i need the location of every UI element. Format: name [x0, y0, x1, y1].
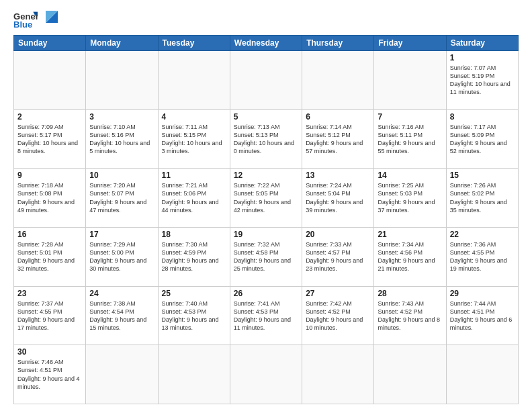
day-info: Sunrise: 7:44 AM Sunset: 4:51 PM Dayligh… — [450, 300, 515, 332]
calendar-table: Sunday Monday Tuesday Wednesday Thursday… — [13, 35, 519, 404]
day-number: 11 — [162, 171, 226, 180]
calendar-cell: 17Sunrise: 7:29 AM Sunset: 5:00 PM Dayli… — [86, 227, 158, 286]
day-number: 6 — [306, 112, 370, 122]
calendar-cell: 21Sunrise: 7:34 AM Sunset: 4:56 PM Dayli… — [374, 227, 446, 286]
logo-icon: General Blue — [13, 11, 38, 30]
day-info: Sunrise: 7:36 AM Sunset: 4:55 PM Dayligh… — [450, 240, 515, 273]
day-info: Sunrise: 7:38 AM Sunset: 4:54 PM Dayligh… — [89, 300, 154, 332]
header-friday: Friday — [374, 36, 446, 51]
calendar-cell: 10Sunrise: 7:20 AM Sunset: 5:07 PM Dayli… — [86, 169, 158, 228]
day-info: Sunrise: 7:28 AM Sunset: 5:01 PM Dayligh… — [17, 240, 82, 273]
calendar-cell: 7Sunrise: 7:16 AM Sunset: 5:11 PM Daylig… — [374, 109, 446, 169]
calendar-cell — [302, 51, 374, 110]
day-info: Sunrise: 7:14 AM Sunset: 5:12 PM Dayligh… — [306, 123, 370, 156]
calendar-cell: 4Sunrise: 7:11 AM Sunset: 5:15 PM Daylig… — [158, 109, 230, 169]
calendar-cell: 23Sunrise: 7:37 AM Sunset: 4:55 PM Dayli… — [14, 286, 86, 345]
calendar-cell — [86, 51, 158, 110]
day-number: 21 — [378, 230, 442, 239]
day-number: 29 — [450, 289, 515, 298]
calendar-cell: 29Sunrise: 7:44 AM Sunset: 4:51 PM Dayli… — [446, 286, 518, 345]
calendar-cell: 5Sunrise: 7:13 AM Sunset: 5:13 PM Daylig… — [230, 109, 302, 169]
day-info: Sunrise: 7:37 AM Sunset: 4:55 PM Dayligh… — [17, 300, 82, 332]
day-number: 27 — [306, 289, 370, 298]
calendar-cell — [230, 345, 302, 404]
day-info: Sunrise: 7:24 AM Sunset: 5:04 PM Dayligh… — [306, 181, 370, 214]
calendar-cell — [446, 345, 518, 404]
day-number: 5 — [234, 112, 298, 122]
calendar-cell: 18Sunrise: 7:30 AM Sunset: 4:59 PM Dayli… — [158, 227, 230, 286]
day-info: Sunrise: 7:26 AM Sunset: 5:02 PM Dayligh… — [450, 181, 515, 214]
calendar-cell: 9Sunrise: 7:18 AM Sunset: 5:08 PM Daylig… — [14, 169, 86, 228]
header-thursday: Thursday — [302, 36, 374, 51]
day-number: 3 — [89, 112, 154, 122]
header-monday: Monday — [86, 36, 158, 51]
calendar-cell: 12Sunrise: 7:22 AM Sunset: 5:05 PM Dayli… — [230, 169, 302, 228]
calendar-week-row: 2Sunrise: 7:09 AM Sunset: 5:17 PM Daylig… — [14, 109, 519, 169]
calendar-cell: 6Sunrise: 7:14 AM Sunset: 5:12 PM Daylig… — [302, 109, 374, 169]
calendar-week-row: 30Sunrise: 7:46 AM Sunset: 4:51 PM Dayli… — [14, 345, 519, 404]
calendar-cell: 1Sunrise: 7:07 AM Sunset: 5:19 PM Daylig… — [446, 51, 518, 110]
calendar-cell: 2Sunrise: 7:09 AM Sunset: 5:17 PM Daylig… — [14, 109, 86, 169]
calendar-cell — [302, 345, 374, 404]
day-number: 16 — [17, 230, 82, 239]
day-number: 2 — [17, 112, 82, 122]
calendar-cell — [374, 51, 446, 110]
header-saturday: Saturday — [446, 36, 518, 51]
day-number: 30 — [17, 347, 82, 357]
calendar-cell: 19Sunrise: 7:32 AM Sunset: 4:58 PM Dayli… — [230, 227, 302, 286]
calendar-cell — [374, 345, 446, 404]
day-info: Sunrise: 7:17 AM Sunset: 5:09 PM Dayligh… — [450, 123, 515, 156]
calendar-cell: 15Sunrise: 7:26 AM Sunset: 5:02 PM Dayli… — [446, 169, 518, 228]
header-tuesday: Tuesday — [158, 36, 230, 51]
day-info: Sunrise: 7:10 AM Sunset: 5:16 PM Dayligh… — [89, 123, 154, 156]
calendar-cell: 24Sunrise: 7:38 AM Sunset: 4:54 PM Dayli… — [86, 286, 158, 345]
day-info: Sunrise: 7:13 AM Sunset: 5:13 PM Dayligh… — [234, 123, 298, 156]
calendar-cell — [86, 345, 158, 404]
calendar-cell — [158, 51, 230, 110]
day-number: 28 — [378, 289, 442, 298]
day-info: Sunrise: 7:30 AM Sunset: 4:59 PM Dayligh… — [162, 240, 226, 273]
calendar-week-row: 23Sunrise: 7:37 AM Sunset: 4:55 PM Dayli… — [14, 286, 519, 345]
day-info: Sunrise: 7:20 AM Sunset: 5:07 PM Dayligh… — [89, 181, 154, 214]
calendar-cell: 11Sunrise: 7:21 AM Sunset: 5:06 PM Dayli… — [158, 169, 230, 228]
day-number: 22 — [450, 230, 515, 239]
calendar-cell — [158, 345, 230, 404]
calendar-cell — [230, 51, 302, 110]
calendar-cell: 20Sunrise: 7:33 AM Sunset: 4:57 PM Dayli… — [302, 227, 374, 286]
day-info: Sunrise: 7:25 AM Sunset: 5:03 PM Dayligh… — [378, 181, 442, 214]
day-number: 17 — [89, 230, 154, 239]
day-info: Sunrise: 7:32 AM Sunset: 4:58 PM Dayligh… — [234, 240, 298, 273]
day-number: 18 — [162, 230, 226, 239]
header-sunday: Sunday — [14, 36, 86, 51]
svg-text:Blue: Blue — [13, 19, 32, 30]
day-number: 19 — [234, 230, 298, 239]
day-number: 4 — [162, 112, 226, 122]
day-info: Sunrise: 7:29 AM Sunset: 5:00 PM Dayligh… — [89, 240, 154, 273]
day-info: Sunrise: 7:18 AM Sunset: 5:08 PM Dayligh… — [17, 181, 82, 214]
calendar-cell: 25Sunrise: 7:40 AM Sunset: 4:53 PM Dayli… — [158, 286, 230, 345]
day-number: 25 — [162, 289, 226, 298]
day-number: 9 — [17, 171, 82, 180]
calendar-header-row: Sunday Monday Tuesday Wednesday Thursday… — [14, 36, 519, 51]
day-info: Sunrise: 7:42 AM Sunset: 4:52 PM Dayligh… — [306, 300, 370, 332]
calendar-cell: 30Sunrise: 7:46 AM Sunset: 4:51 PM Dayli… — [14, 345, 86, 404]
calendar-cell: 27Sunrise: 7:42 AM Sunset: 4:52 PM Dayli… — [302, 286, 374, 345]
calendar-cell: 13Sunrise: 7:24 AM Sunset: 5:04 PM Dayli… — [302, 169, 374, 228]
calendar-cell: 28Sunrise: 7:43 AM Sunset: 4:52 PM Dayli… — [374, 286, 446, 345]
day-info: Sunrise: 7:16 AM Sunset: 5:11 PM Dayligh… — [378, 123, 442, 156]
calendar-cell: 14Sunrise: 7:25 AM Sunset: 5:03 PM Dayli… — [374, 169, 446, 228]
logo-triangle-icon — [46, 11, 58, 23]
calendar-week-row: 16Sunrise: 7:28 AM Sunset: 5:01 PM Dayli… — [14, 227, 519, 286]
day-info: Sunrise: 7:34 AM Sunset: 4:56 PM Dayligh… — [378, 240, 442, 273]
day-number: 1 — [450, 53, 515, 62]
day-info: Sunrise: 7:43 AM Sunset: 4:52 PM Dayligh… — [378, 300, 442, 332]
calendar-cell: 22Sunrise: 7:36 AM Sunset: 4:55 PM Dayli… — [446, 227, 518, 286]
day-number: 10 — [89, 171, 154, 180]
calendar-week-row: 1Sunrise: 7:07 AM Sunset: 5:19 PM Daylig… — [14, 51, 519, 110]
day-number: 12 — [234, 171, 298, 180]
page: General Blue Sunday Monday Tues — [0, 0, 532, 411]
header: General Blue — [13, 11, 519, 30]
day-number: 26 — [234, 289, 298, 298]
day-info: Sunrise: 7:46 AM Sunset: 4:51 PM Dayligh… — [17, 358, 82, 391]
day-number: 15 — [450, 171, 515, 180]
